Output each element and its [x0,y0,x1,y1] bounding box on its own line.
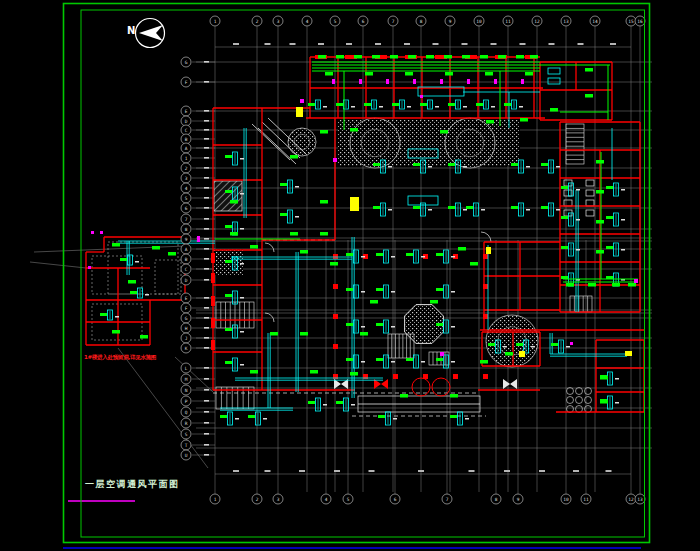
svg-text:K: K [185,346,188,351]
svg-text:3: 3 [185,176,188,181]
svg-text:E: E [185,109,188,114]
svg-text:A: A [185,146,188,151]
svg-text:9: 9 [517,497,520,502]
svg-text:T: T [185,443,188,448]
north-arrow [136,19,165,48]
svg-text:4: 4 [325,497,328,502]
svg-text:A: A [185,247,188,252]
svg-text:G: G [185,316,188,321]
svg-text:3: 3 [277,497,280,502]
svg-text:13: 13 [563,19,569,24]
svg-text:D: D [185,119,188,124]
svg-text:8: 8 [185,227,188,232]
svg-text:6: 6 [362,19,365,24]
svg-text:F: F [185,306,188,311]
svg-text:U: U [185,453,188,458]
svg-text:1: 1 [214,497,217,502]
svg-text:7: 7 [446,497,449,502]
svg-text:10: 10 [563,497,569,502]
svg-text:10: 10 [476,19,482,24]
svg-text:14: 14 [592,19,598,24]
svg-text:9: 9 [185,237,188,242]
svg-text:13: 13 [637,497,643,502]
svg-text:11: 11 [505,19,511,24]
sheet-frame [63,4,650,549]
svg-text:2: 2 [256,497,259,502]
drawing-title: 一层空调通风平面图 [85,480,180,489]
svg-text:9: 9 [449,19,452,24]
svg-text:3: 3 [277,19,280,24]
svg-text:6: 6 [394,497,397,502]
svg-text:1: 1 [185,156,188,161]
svg-text:8: 8 [420,19,423,24]
svg-text:11: 11 [583,497,589,502]
svg-text:G: G [185,60,188,65]
svg-text:2: 2 [256,19,259,24]
svg-text:D: D [185,278,188,283]
svg-text:H: H [185,326,188,331]
svg-text:S: S [185,432,188,437]
svg-text:6: 6 [185,206,188,211]
svg-text:R: R [185,421,188,426]
svg-text:Q: Q [185,410,188,415]
wall-layer [86,55,645,412]
svg-text:5: 5 [185,196,188,201]
svg-text:16: 16 [637,19,643,24]
svg-text:7: 7 [392,19,395,24]
svg-text:12: 12 [534,19,540,24]
svg-text:C: C [185,267,188,272]
svg-text:2: 2 [185,166,188,171]
north-label: N [127,26,135,36]
red-annotation: 1#楼进入处预留洞,详见水施图 [84,355,156,361]
svg-text:F: F [185,80,188,85]
cad-canvas: 1234567891011121314151612345678910111213… [0,0,700,551]
svg-text:B: B [185,257,188,262]
svg-text:P: P [185,399,188,404]
svg-text:M: M [185,377,188,382]
svg-text:4: 4 [185,186,188,191]
svg-text:L: L [185,366,188,371]
svg-text:N: N [185,388,188,393]
svg-text:12: 12 [628,497,634,502]
svg-text:B: B [185,137,188,142]
cad-application-viewport: 1234567891011121314151612345678910111213… [0,0,700,551]
svg-text:C: C [185,128,188,133]
svg-text:E: E [185,296,188,301]
svg-text:J: J [185,336,188,341]
svg-text:5: 5 [347,497,350,502]
svg-text:5: 5 [334,19,337,24]
svg-text:7: 7 [185,217,188,222]
svg-text:8: 8 [495,497,498,502]
svg-text:15: 15 [628,19,634,24]
svg-text:4: 4 [306,19,309,24]
svg-text:1: 1 [214,19,217,24]
